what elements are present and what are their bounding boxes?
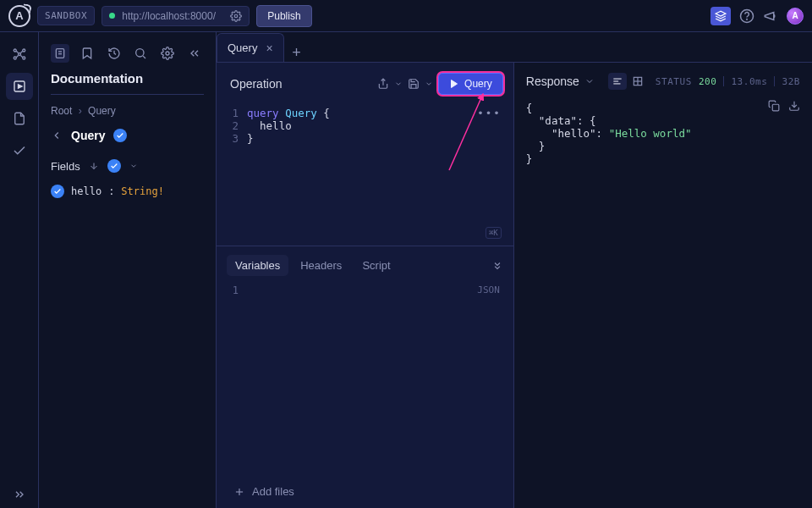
rail-document-icon[interactable] [6,105,33,132]
resp-key: "data" [526,114,577,127]
main-area: Query × + Operation [217,32,812,508]
resp-punc: : { [577,114,596,127]
add-files-label: Add files [252,485,294,498]
settings-icon[interactable] [158,44,177,63]
response-body[interactable]: { "data": { "hello": "Hello world" } } [514,97,812,508]
response-dropdown-icon[interactable] [584,76,595,86]
help-icon[interactable] [739,8,754,24]
status-label: STATUS [656,76,692,87]
editor-more-icon[interactable]: ••• [477,107,502,119]
response-title: Response [526,75,579,88]
endpoint-input[interactable] [122,10,223,22]
resp-line: } [526,152,800,165]
url-bar[interactable] [102,6,250,26]
user-avatar[interactable]: A [787,8,804,25]
bookmark-icon[interactable] [78,44,96,63]
breadcrumb: Root › Query [51,105,204,117]
crumb-current: Query [88,105,116,117]
svg-point-7 [18,53,20,56]
resp-punc: : [596,127,609,140]
announcement-icon[interactable] [763,8,778,24]
field-row[interactable]: hello: String! [51,185,204,198]
svg-point-6 [22,57,25,59]
svg-point-13 [136,49,144,57]
resp-value: "Hello world" [609,127,692,140]
svg-point-15 [166,52,169,55]
endpoint-settings-icon[interactable] [230,10,242,22]
tab-bar: Query × + [217,32,812,63]
publish-button[interactable]: Publish [256,5,311,27]
svg-marker-9 [18,85,22,89]
resp-line: { [526,102,800,114]
save-dropdown-icon[interactable] [425,80,433,88]
variables-editor[interactable]: JSON 1 [217,284,513,475]
copy-response-icon[interactable] [768,100,780,112]
field-sep: : [108,185,114,197]
add-files-button[interactable]: Add files [217,475,513,508]
tab-add-button[interactable]: + [284,44,310,62]
history-icon[interactable] [105,44,123,63]
view-json-icon[interactable] [608,73,627,90]
env-badge: SANDBOX [37,6,95,25]
nav-rail [0,32,39,508]
svg-point-3 [14,49,16,52]
rail-checks-icon[interactable] [6,137,33,164]
response-size: 32B [782,76,800,87]
fields-all-badge[interactable] [107,159,121,173]
connection-status-dot [109,13,115,19]
crumb-root[interactable]: Root [51,105,72,117]
top-bar: A SANDBOX Publish A [0,0,812,32]
code-field: hello [247,119,292,132]
tab-query[interactable]: Query × [217,33,284,62]
doc-view-icon[interactable] [51,44,69,63]
type-selected-badge[interactable] [113,129,127,142]
operation-editor[interactable]: ••• 1query Query { 2 hello 3} ⌘K [217,102,513,246]
response-time: 13.0ms [731,76,767,87]
doc-title: Documentation [51,71,204,95]
var-gutter-1: 1 [217,284,247,296]
field-name: hello [71,185,102,197]
svg-point-2 [747,19,748,19]
view-table-icon[interactable] [628,73,647,90]
tab-headers[interactable]: Headers [292,255,350,276]
svg-marker-18 [452,80,458,88]
download-response-icon[interactable] [788,100,800,112]
svg-rect-28 [772,104,779,111]
field-selected-badge[interactable] [51,185,64,198]
json-tag: JSON [477,284,500,295]
search-icon[interactable] [132,44,151,63]
rail-explorer-icon[interactable] [6,73,33,100]
code-kw: query [247,107,279,119]
collapse-sidebar-icon[interactable] [185,44,204,63]
doc-sidebar: Documentation Root › Query Query Fields [39,32,217,508]
status-code: 200 [699,76,717,87]
schema-icon[interactable] [710,7,731,25]
collapse-vars-icon[interactable] [491,260,503,272]
svg-point-5 [14,57,16,59]
code-name: Query [279,107,317,119]
svg-line-14 [144,56,146,58]
share-icon[interactable] [377,78,389,90]
fields-dropdown-icon[interactable] [129,162,138,170]
sort-icon[interactable] [89,161,99,171]
tab-variables[interactable]: Variables [227,255,288,276]
tab-script[interactable]: Script [354,255,398,276]
tab-label: Query [228,41,257,54]
save-icon[interactable] [408,78,420,90]
rail-graph-icon[interactable] [6,41,33,68]
share-dropdown-icon[interactable] [394,80,403,88]
type-name: Query [71,129,105,142]
resp-line: } [526,140,800,152]
tab-close-icon[interactable]: × [266,41,272,55]
app-logo[interactable]: A [8,5,30,27]
resp-key: "hello" [526,127,596,140]
svg-point-4 [22,49,25,52]
run-button-label: Query [464,78,492,90]
code-close: } [247,132,254,145]
rail-expand-icon[interactable] [6,481,33,508]
back-icon[interactable] [51,130,63,141]
run-query-button[interactable]: Query [438,73,503,95]
keyboard-hint: ⌘K [486,227,502,239]
fields-label: Fields [51,160,80,173]
field-type: String! [121,185,164,197]
